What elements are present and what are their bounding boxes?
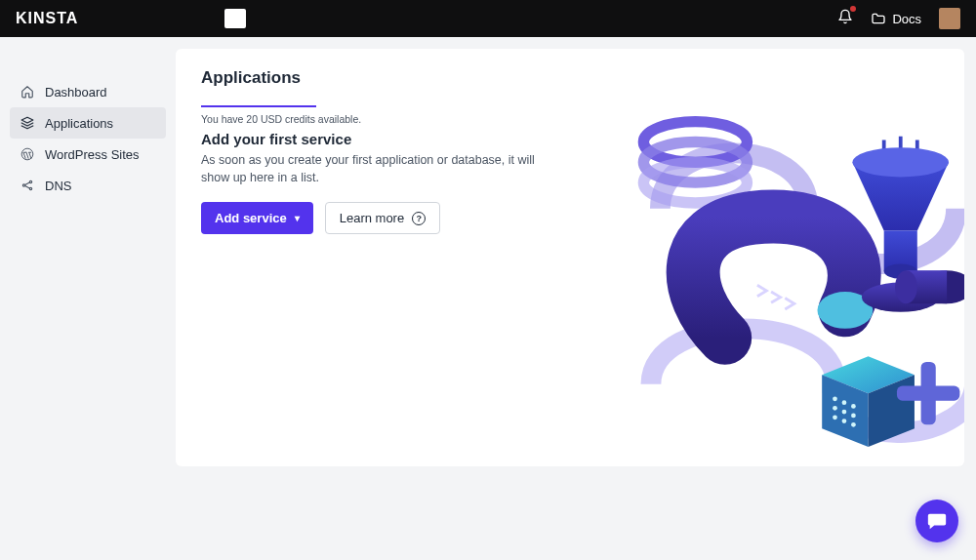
svg-line-5 bbox=[25, 182, 30, 184]
learn-more-label: Learn more bbox=[340, 211, 404, 225]
page-title: Applications bbox=[201, 68, 939, 88]
svg-point-21 bbox=[833, 396, 837, 401]
subhead: Add your first service bbox=[201, 131, 939, 147]
docs-label: Docs bbox=[892, 12, 921, 26]
topbar-right: Docs bbox=[837, 8, 960, 29]
hero-illustration bbox=[623, 98, 964, 449]
docs-link[interactable]: Docs bbox=[871, 11, 921, 26]
svg-rect-15 bbox=[884, 230, 917, 271]
svg-point-16 bbox=[884, 264, 917, 279]
sidebar-item-label: Dashboard bbox=[45, 85, 107, 100]
credit-note: You have 20 USD credits available. bbox=[201, 113, 939, 125]
sidebar-item-applications[interactable]: Applications bbox=[10, 107, 166, 139]
svg-point-14 bbox=[852, 147, 949, 177]
svg-point-23 bbox=[851, 404, 856, 409]
description: As soon as you create your first applica… bbox=[201, 151, 552, 186]
sidebar-item-dns[interactable]: DNS bbox=[10, 170, 166, 201]
learn-more-button[interactable]: Learn more ? bbox=[325, 202, 440, 234]
svg-rect-30 bbox=[921, 362, 936, 424]
svg-point-9 bbox=[643, 162, 747, 203]
home-icon bbox=[20, 84, 35, 100]
svg-point-26 bbox=[851, 414, 856, 419]
svg-marker-18 bbox=[822, 356, 915, 393]
svg-point-17 bbox=[862, 282, 940, 311]
svg-point-24 bbox=[833, 406, 837, 411]
svg-rect-31 bbox=[897, 386, 959, 401]
help-icon: ? bbox=[412, 212, 426, 225]
svg-rect-33 bbox=[906, 270, 947, 303]
folder-icon bbox=[871, 11, 886, 26]
notifications-button[interactable] bbox=[837, 9, 853, 28]
svg-point-28 bbox=[842, 419, 847, 423]
layers-icon bbox=[20, 115, 35, 131]
sidebar-item-label: WordPress Sites bbox=[45, 147, 140, 162]
wordpress-icon bbox=[20, 146, 35, 162]
top-placeholder bbox=[224, 9, 246, 28]
svg-point-27 bbox=[833, 415, 837, 420]
svg-marker-0 bbox=[21, 117, 33, 123]
main-panel: Applications You have 20 USD credits ava… bbox=[176, 37, 976, 560]
svg-point-29 bbox=[851, 422, 856, 427]
svg-marker-19 bbox=[822, 375, 868, 447]
svg-point-25 bbox=[842, 410, 847, 415]
svg-point-8 bbox=[643, 141, 747, 182]
chat-button[interactable] bbox=[915, 500, 958, 542]
sidebar-item-label: Applications bbox=[45, 116, 113, 131]
notification-badge bbox=[850, 6, 856, 12]
avatar[interactable] bbox=[939, 8, 960, 29]
sidebar-item-wordpress[interactable]: WordPress Sites bbox=[10, 139, 166, 170]
svg-point-34 bbox=[895, 270, 917, 303]
chevron-down-icon: ▾ bbox=[295, 213, 300, 223]
share-icon bbox=[20, 178, 35, 193]
svg-point-10 bbox=[817, 292, 873, 329]
topbar: KINSTA Docs bbox=[0, 0, 976, 37]
chat-icon bbox=[926, 510, 948, 532]
svg-line-6 bbox=[25, 186, 30, 188]
add-service-label: Add service bbox=[215, 211, 287, 225]
svg-point-22 bbox=[842, 400, 847, 405]
applications-card: Applications You have 20 USD credits ava… bbox=[176, 49, 964, 466]
button-row: Add service ▾ Learn more ? bbox=[201, 202, 939, 234]
sidebar-item-dashboard[interactable]: Dashboard bbox=[10, 76, 166, 107]
sidebar: Dashboard Applications WordPress Sites D… bbox=[0, 37, 176, 560]
sidebar-item-label: DNS bbox=[45, 179, 71, 193]
svg-point-32 bbox=[921, 270, 964, 303]
add-service-button[interactable]: Add service ▾ bbox=[201, 202, 313, 234]
svg-marker-20 bbox=[869, 375, 915, 447]
tab-underline bbox=[201, 105, 316, 107]
logo[interactable]: KINSTA bbox=[16, 10, 78, 27]
